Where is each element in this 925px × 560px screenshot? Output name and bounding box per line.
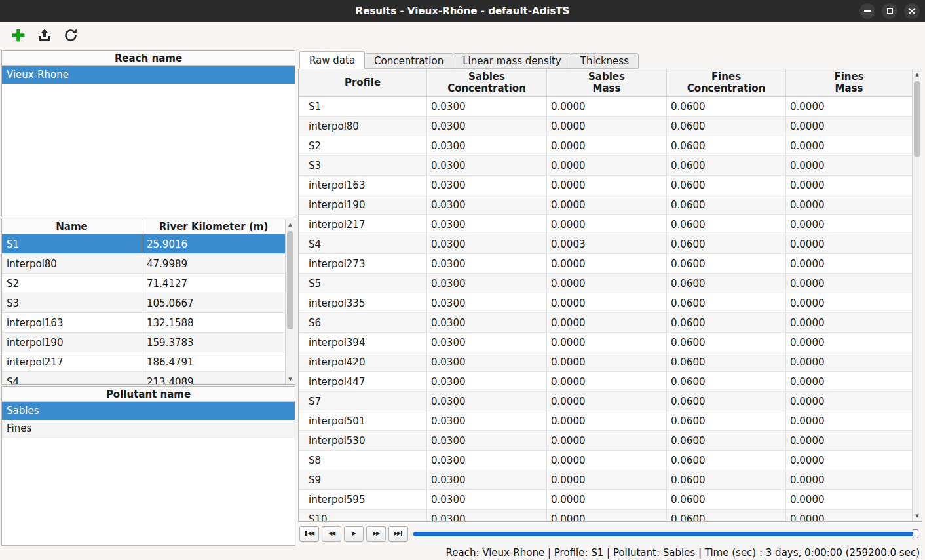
- table-cell: 0.0000: [786, 117, 912, 136]
- window-controls: [859, 0, 920, 22]
- table-cell: S10: [299, 510, 427, 522]
- table-cell: 0.0000: [547, 136, 667, 155]
- table-row[interactable]: S60.03000.00000.06000.0000: [299, 313, 912, 333]
- tab-thickness[interactable]: Thickness: [571, 53, 639, 69]
- results-scrollbar[interactable]: ▲ ▼: [912, 69, 922, 521]
- scroll-down-icon[interactable]: ▼: [286, 375, 295, 384]
- table-cell: 0.0000: [547, 176, 667, 195]
- profile-row[interactable]: interpol217186.4791: [2, 352, 285, 372]
- table-cell: 0.0300: [427, 293, 547, 312]
- table-cell: 0.0600: [667, 470, 786, 489]
- table-cell: 0.0000: [547, 293, 667, 312]
- skip-to-end-button[interactable]: ▶▶: [388, 526, 408, 542]
- play-button[interactable]: ▶: [344, 526, 364, 542]
- export-button[interactable]: [35, 26, 54, 45]
- scroll-up-icon[interactable]: ▲: [913, 70, 922, 79]
- table-row[interactable]: S10.03000.00000.06000.0000: [299, 97, 912, 117]
- table-row[interactable]: S90.03000.00000.06000.0000: [299, 470, 912, 490]
- table-cell: S6: [299, 313, 427, 332]
- pollutant-item[interactable]: Sables: [2, 402, 295, 420]
- profile-row[interactable]: S125.9016: [2, 234, 285, 254]
- reach-item[interactable]: Vieux-Rhone: [2, 66, 295, 84]
- table-row[interactable]: S50.03000.00000.06000.0000: [299, 274, 912, 293]
- table-row[interactable]: interpol5950.03000.00000.06000.0000: [299, 490, 912, 510]
- table-row[interactable]: interpol4470.03000.00000.06000.0000: [299, 372, 912, 392]
- tab-linear-mass-density[interactable]: Linear mass density: [453, 53, 571, 69]
- table-cell: 0.0000: [786, 274, 912, 293]
- play-icon: ▶: [352, 531, 356, 536]
- skip-to-start-button[interactable]: ◀◀: [299, 526, 319, 542]
- table-row[interactable]: S40.03000.00030.06000.0000: [299, 234, 912, 254]
- table-cell: 0.0000: [786, 254, 912, 273]
- table-row[interactable]: interpol3350.03000.00000.06000.0000: [299, 293, 912, 313]
- maximize-button[interactable]: [882, 3, 897, 19]
- table-row[interactable]: interpol1900.03000.00000.06000.0000: [299, 195, 912, 215]
- player-buttons: ◀◀◀◀▶▶▶▶▶: [299, 526, 408, 542]
- table-cell: 0.0600: [667, 195, 786, 214]
- table-cell: interpol190: [299, 195, 427, 214]
- table-cell: 0.0000: [547, 490, 667, 509]
- pollutant-item[interactable]: Fines: [2, 420, 295, 438]
- scroll-up-icon[interactable]: ▲: [286, 220, 295, 229]
- profile-row[interactable]: S271.4127: [2, 274, 285, 293]
- profile-row[interactable]: S3105.0667: [2, 293, 285, 313]
- table-cell: 0.0600: [667, 293, 786, 312]
- profiles-scroll-thumb[interactable]: [287, 231, 293, 329]
- profile-cell: interpol217: [2, 352, 142, 371]
- minimize-button[interactable]: [859, 3, 875, 19]
- table-row[interactable]: interpol800.03000.00000.06000.0000: [299, 117, 912, 136]
- table-cell: 0.0000: [786, 392, 912, 411]
- refresh-icon: [63, 28, 79, 43]
- tab-raw-data[interactable]: Raw data: [299, 51, 365, 69]
- table-cell: 0.0300: [427, 97, 547, 116]
- col-sables-concentration: Sables Concentration: [427, 69, 547, 96]
- profile-cell: 132.1588: [142, 313, 285, 332]
- table-cell: 0.0300: [427, 136, 547, 155]
- close-button[interactable]: [904, 3, 920, 19]
- table-cell: 0.0300: [427, 510, 547, 522]
- tab-concentration[interactable]: Concentration: [364, 53, 453, 69]
- table-row[interactable]: interpol1630.03000.00000.06000.0000: [299, 176, 912, 195]
- time-slider[interactable]: [413, 532, 918, 536]
- table-cell: 0.0000: [547, 215, 667, 234]
- refresh-button[interactable]: [62, 26, 80, 45]
- table-row[interactable]: interpol5010.03000.00000.06000.0000: [299, 411, 912, 431]
- profile-row[interactable]: interpol8047.9989: [2, 254, 285, 274]
- pollutants-list: SablesFines: [2, 402, 295, 438]
- step-forward-button[interactable]: ▶▶: [366, 526, 386, 542]
- table-row[interactable]: S70.03000.00000.06000.0000: [299, 392, 912, 411]
- table-cell: 0.0000: [547, 451, 667, 470]
- table-cell: S8: [299, 451, 427, 470]
- results-scroll-thumb[interactable]: [914, 81, 920, 157]
- table-cell: 0.0000: [786, 293, 912, 312]
- table-row[interactable]: interpol5300.03000.00000.06000.0000: [299, 431, 912, 451]
- table-cell: interpol217: [299, 215, 427, 234]
- table-cell: 0.0000: [786, 411, 912, 430]
- table-row[interactable]: interpol4200.03000.00000.06000.0000: [299, 352, 912, 372]
- scroll-down-icon[interactable]: ▼: [913, 512, 922, 521]
- col-sables-mass: Sables Mass: [547, 69, 667, 96]
- table-row[interactable]: S30.03000.00000.06000.0000: [299, 156, 912, 176]
- table-cell: 0.0600: [667, 97, 786, 116]
- profiles-table-header: Name River Kilometer (m): [2, 219, 285, 234]
- table-cell: 0.0600: [667, 215, 786, 234]
- table-row[interactable]: interpol2730.03000.00000.06000.0000: [299, 254, 912, 274]
- profiles-table-body: S125.9016interpol8047.9989S271.4127S3105…: [2, 234, 285, 385]
- profile-row[interactable]: S4213.4089: [2, 372, 285, 385]
- table-cell: 0.0000: [547, 372, 667, 391]
- pollutants-panel-header: Pollutant name: [2, 387, 295, 402]
- table-row[interactable]: S20.03000.00000.06000.0000: [299, 136, 912, 156]
- table-cell: interpol163: [299, 176, 427, 195]
- profiles-scrollbar[interactable]: ▲ ▼: [285, 219, 295, 384]
- table-row[interactable]: interpol2170.03000.00000.06000.0000: [299, 215, 912, 234]
- step-back-button[interactable]: ◀◀: [322, 526, 341, 542]
- table-row[interactable]: S100.03000.00000.06000.0000: [299, 510, 912, 522]
- time-slider-handle[interactable]: [913, 529, 918, 538]
- profile-row[interactable]: interpol190159.3783: [2, 333, 285, 352]
- export-icon: [37, 28, 52, 43]
- table-row[interactable]: S80.03000.00000.06000.0000: [299, 451, 912, 470]
- profile-row[interactable]: interpol163132.1588: [2, 313, 285, 333]
- add-button[interactable]: [9, 26, 28, 45]
- table-cell: S5: [299, 274, 427, 293]
- table-row[interactable]: interpol3940.03000.00000.06000.0000: [299, 333, 912, 352]
